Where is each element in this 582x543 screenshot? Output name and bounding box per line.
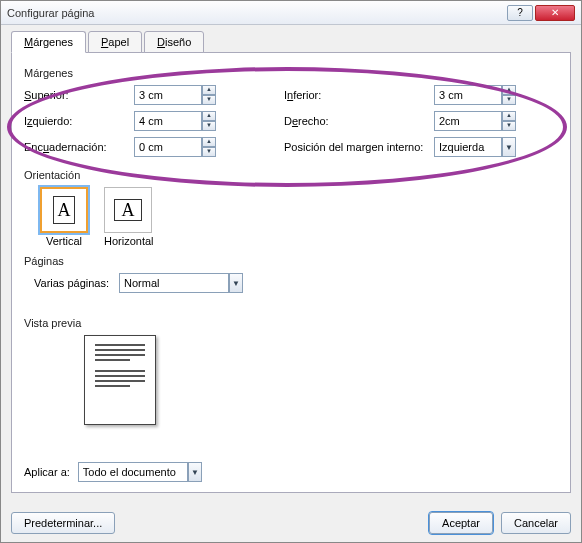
cancelar-button[interactable]: Cancelar [501, 512, 571, 534]
tab-diseno[interactable]: Diseño [144, 31, 204, 53]
encuad-label: Encuadernación: [24, 141, 134, 153]
inferior-down[interactable]: ▼ [502, 95, 516, 105]
window-controls: ? ✕ [507, 5, 575, 21]
inferior-up[interactable]: ▲ [502, 85, 516, 95]
pos-label: Posición del margen interno: [284, 141, 434, 153]
titlebar: Configurar página ? ✕ [1, 1, 581, 25]
derecho-up[interactable]: ▲ [502, 111, 516, 121]
orientation-horizontal[interactable]: A Horizontal [104, 187, 154, 247]
pages-header: Páginas [24, 255, 558, 267]
encuad-up[interactable]: ▲ [202, 137, 216, 147]
varias-dropdown[interactable]: ▼ [119, 273, 243, 293]
superior-input[interactable] [134, 85, 202, 105]
help-button[interactable]: ? [507, 5, 533, 21]
orientation-vertical[interactable]: A Vertical [40, 187, 88, 247]
inferior-spinner[interactable]: ▲▼ [434, 85, 524, 105]
izquierdo-input[interactable] [134, 111, 202, 131]
derecho-input[interactable] [434, 111, 502, 131]
apply-input[interactable] [78, 462, 188, 482]
encuad-spinner[interactable]: ▲▼ [134, 137, 224, 157]
izquierdo-up[interactable]: ▲ [202, 111, 216, 121]
aceptar-button[interactable]: Aceptar [429, 512, 493, 534]
tab-papel[interactable]: Papel [88, 31, 142, 53]
varias-dd-btn[interactable]: ▼ [229, 273, 243, 293]
apply-dd-btn[interactable]: ▼ [188, 462, 202, 482]
close-button[interactable]: ✕ [535, 5, 575, 21]
window-title: Configurar página [7, 7, 94, 19]
margins-header: Márgenes [24, 67, 558, 79]
tab-margenes[interactable]: Márgenes [11, 31, 86, 53]
inferior-label: Inferior: [284, 89, 434, 101]
apply-dropdown[interactable]: ▼ [78, 462, 202, 482]
pos-dd-btn[interactable]: ▼ [502, 137, 516, 157]
preview-header: Vista previa [24, 317, 558, 329]
orientation-group: A Vertical A Horizontal [40, 187, 558, 247]
derecho-down[interactable]: ▼ [502, 121, 516, 131]
orientation-header: Orientación [24, 169, 558, 181]
varias-input[interactable] [119, 273, 229, 293]
encuad-input[interactable] [134, 137, 202, 157]
izquierdo-label: Izquierdo: [24, 115, 134, 127]
tab-panel: Márgenes Superior: ▲▼ Inferior: ▲▼ Izqui… [11, 53, 571, 493]
derecho-label: Derecho: [284, 115, 434, 127]
superior-spinner[interactable]: ▲▼ [134, 85, 224, 105]
apply-row: Aplicar a: ▼ [24, 462, 202, 482]
tab-bar: Márgenes Papel Diseño [11, 31, 571, 53]
superior-down[interactable]: ▼ [202, 95, 216, 105]
pos-input[interactable] [434, 137, 502, 157]
inferior-input[interactable] [434, 85, 502, 105]
pos-dropdown[interactable]: ▼ [434, 137, 524, 157]
predeterminar-button[interactable]: Predeterminar... [11, 512, 115, 534]
apply-label: Aplicar a: [24, 466, 70, 478]
margins-grid: Superior: ▲▼ Inferior: ▲▼ Izquierdo: ▲▼ [24, 85, 558, 157]
derecho-spinner[interactable]: ▲▼ [434, 111, 524, 131]
izquierdo-down[interactable]: ▼ [202, 121, 216, 131]
dialog-footer: Predeterminar... Aceptar Cancelar [11, 512, 571, 534]
dialog-content: Márgenes Papel Diseño Márgenes Superior:… [1, 25, 581, 542]
izquierdo-spinner[interactable]: ▲▼ [134, 111, 224, 131]
varias-label: Varias páginas: [34, 277, 109, 289]
portrait-icon: A [53, 196, 75, 224]
superior-up[interactable]: ▲ [202, 85, 216, 95]
encuad-down[interactable]: ▼ [202, 147, 216, 157]
superior-label: Superior: [24, 89, 134, 101]
landscape-icon: A [114, 199, 142, 221]
page-setup-dialog: Configurar página ? ✕ Márgenes Papel Dis… [0, 0, 582, 543]
preview-thumbnail [84, 335, 156, 425]
